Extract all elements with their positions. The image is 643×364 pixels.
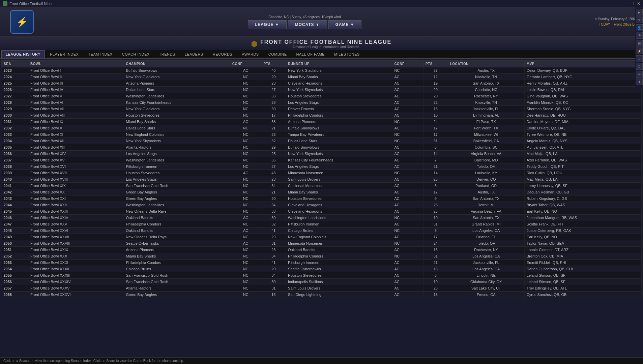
table-row[interactable]: 2058Front Office Bowl XXXVIGreen Bay Ang… (2, 292, 642, 298)
tab-league-history[interactable]: LEAGUE HISTORY (1, 50, 45, 58)
table-row[interactable]: 2027Front Office Bowl VWashington Landsl… (2, 93, 642, 99)
table-cell-15-1[interactable]: Front Office Bowl XVI (28, 163, 124, 170)
table-cell-12-0[interactable]: 2035 (2, 144, 28, 151)
table-cell-31-0[interactable]: 2054 (2, 266, 28, 272)
tab-team-index[interactable]: TEAM INDEX (84, 50, 117, 58)
table-cell-5-1[interactable]: Front Office Bowl VI (28, 99, 124, 106)
table-row[interactable]: 2040Front Office Bowl XVIIILos Angeles S… (2, 176, 642, 183)
game-button[interactable]: GAME ▼ (328, 20, 362, 29)
table-cell-2-1[interactable]: Front Office Bowl III (28, 80, 124, 87)
table-cell-32-1[interactable]: Front Office Bowl XXXIII (28, 272, 124, 279)
table-cell-23-0[interactable]: 2046 (2, 215, 28, 221)
table-row[interactable]: 2029Front Office Bowl VIINew York Gladia… (2, 106, 642, 112)
table-row[interactable]: 2046Front Office Bowl XXIVOakland Bandit… (2, 215, 642, 221)
table-row[interactable]: 2043Front Office Bowl XXIGreen Bay Angle… (2, 195, 642, 202)
table-cell-16-0[interactable]: 2039 (2, 170, 28, 176)
table-cell-0-1[interactable]: Front Office Bowl I (28, 67, 124, 74)
table-row[interactable]: 2033Front Office Bowl XINew England Colo… (2, 131, 642, 138)
table-row[interactable]: 2053Front Office Bowl XXXIPhiladelphia C… (2, 260, 642, 266)
table-cell-20-1[interactable]: Front Office Bowl XXI (28, 195, 124, 202)
table-cell-21-0[interactable]: 2044 (2, 202, 28, 208)
sidebar-icon-6[interactable]: ◎ (636, 55, 643, 62)
table-cell-26-0[interactable]: 2049 (2, 234, 28, 240)
table-row[interactable]: 2057Front Office Bowl XXXVAtlanta Raptor… (2, 285, 642, 292)
table-cell-10-0[interactable]: 2033 (2, 131, 28, 138)
table-cell-3-0[interactable]: 2026 (2, 87, 28, 93)
table-row[interactable]: 2055Front Office Bowl XXXIIISan Francisc… (2, 272, 642, 279)
table-row[interactable]: 2044Front Office Bowl XXIIWashington Lan… (2, 202, 642, 208)
table-cell-12-1[interactable]: Front Office Bowl XIII (28, 144, 124, 151)
table-row[interactable]: 2049Front Office Bowl XXVIINew Orleans D… (2, 234, 642, 240)
table-row[interactable]: 2031Front Office Bowl IXMiami Bay Sharks… (2, 119, 642, 125)
table-cell-34-1[interactable]: Front Office Bowl XXXV (28, 285, 124, 292)
table-row[interactable]: 2025Front Office Bowl IIIArizona Pioneer… (2, 80, 642, 87)
table-row[interactable]: 2036Front Office Bowl XIVLos Angeles Sta… (2, 151, 642, 157)
table-row[interactable]: 2051Front Office Bowl XXIXArizona Pionee… (2, 247, 642, 253)
tab-player-index[interactable]: PLAYER INDEX (46, 50, 83, 58)
table-cell-7-0[interactable]: 2030 (2, 112, 28, 119)
table-row[interactable]: 2024Front Office Bowl IINew York Gladiat… (2, 74, 642, 80)
table-row[interactable]: 2050Front Office Bowl XXVIIISeattle Cybe… (2, 240, 642, 247)
table-row[interactable]: 2023Front Office Bowl IBuffalo Snowplows… (2, 67, 642, 74)
table-cell-30-1[interactable]: Front Office Bowl XXXI (28, 260, 124, 266)
tab-combine[interactable]: COMBINE (264, 50, 291, 58)
table-cell-26-1[interactable]: Front Office Bowl XXVII (28, 234, 124, 240)
table-row[interactable]: 2045Front Office Bowl XXIIINew Orleans D… (2, 208, 642, 215)
table-cell-27-0[interactable]: 2050 (2, 240, 28, 247)
table-cell-8-1[interactable]: Front Office Bowl IX (28, 119, 124, 125)
table-cell-2-0[interactable]: 2025 (2, 80, 28, 87)
table-cell-35-1[interactable]: Front Office Bowl XXXVI (28, 292, 124, 298)
table-cell-22-0[interactable]: 2045 (2, 208, 28, 215)
table-row[interactable]: 2035Front Office Bowl XIIIAtlanta Raptor… (2, 144, 642, 151)
table-row[interactable]: 2034Front Office Bowl XIINew York Skyroc… (2, 138, 642, 144)
table-cell-16-1[interactable]: Front Office Bowl XVII (28, 170, 124, 176)
table-cell-10-1[interactable]: Front Office Bowl XI (28, 131, 124, 138)
table-row[interactable]: 2028Front Office Bowl VIKansas City Foun… (2, 99, 642, 106)
table-cell-18-0[interactable]: 2041 (2, 183, 28, 189)
tab-trends[interactable]: TRENDS (155, 50, 180, 58)
table-cell-32-0[interactable]: 2055 (2, 272, 28, 279)
table-row[interactable]: 2052Front Office Bowl XXXMiami Bay Shark… (2, 253, 642, 260)
table-cell-29-1[interactable]: Front Office Bowl XXX (28, 253, 124, 260)
table-cell-21-1[interactable]: Front Office Bowl XXII (28, 202, 124, 208)
table-row[interactable]: 2030Front Office Bowl VIIIHouston Steved… (2, 112, 642, 119)
table-cell-9-1[interactable]: Front Office Bowl X (28, 125, 124, 131)
table-cell-6-1[interactable]: Front Office Bowl VII (28, 106, 124, 112)
table-cell-13-0[interactable]: 2036 (2, 151, 28, 157)
table-row[interactable]: 2038Front Office Bowl XVIPittsburgh Iron… (2, 163, 642, 170)
table-cell-28-1[interactable]: Front Office Bowl XXIX (28, 247, 124, 253)
table-cell-17-1[interactable]: Front Office Bowl XVIII (28, 176, 124, 183)
tab-records[interactable]: RECORDS (208, 50, 237, 58)
sidebar-icon-0[interactable]: ▶ (636, 9, 643, 16)
table-cell-25-1[interactable]: Front Office Bowl XXVI (28, 228, 124, 234)
table-cell-33-0[interactable]: 2056 (2, 279, 28, 285)
table-cell-14-0[interactable]: 2037 (2, 157, 28, 163)
sidebar-icon-8[interactable]: ✏ (636, 71, 643, 78)
table-cell-18-1[interactable]: Front Office Bowl XIX (28, 183, 124, 189)
table-row[interactable]: 2054Front Office Bowl XXXIIChicago Bruin… (2, 266, 642, 272)
table-cell-28-0[interactable]: 2051 (2, 247, 28, 253)
league-button[interactable]: LEAGUE ▼ (248, 20, 287, 29)
table-cell-4-1[interactable]: Front Office Bowl V (28, 93, 124, 99)
maximize-button[interactable]: ☐ (631, 1, 634, 6)
tab-leaders[interactable]: LEADERS (180, 50, 208, 58)
table-row[interactable]: 2047Front Office Bowl XXVPhiladelphia Co… (2, 221, 642, 228)
sidebar-icon-7[interactable]: ⬡ (636, 63, 643, 70)
sidebar-icon-4[interactable]: ⊞ (636, 40, 643, 47)
table-row[interactable]: 2032Front Office Bowl XDallas Lone Stars… (2, 125, 642, 131)
window-controls[interactable]: — ☐ ✕ (624, 1, 640, 6)
table-cell-27-1[interactable]: Front Office Bowl XXVIII (28, 240, 124, 247)
table-cell-24-0[interactable]: 2047 (2, 221, 28, 228)
sidebar-icon-1[interactable]: ✎ (636, 17, 643, 23)
table-row[interactable]: 2026Front Office Bowl IVDallas Lone Star… (2, 87, 642, 93)
sidebar-icon-9[interactable]: ⬇ (636, 79, 643, 85)
table-cell-19-1[interactable]: Front Office Bowl XX (28, 189, 124, 195)
table-cell-13-1[interactable]: Front Office Bowl XIV (28, 151, 124, 157)
table-cell-14-1[interactable]: Front Office Bowl XV (28, 157, 124, 163)
table-cell-11-0[interactable]: 2034 (2, 138, 28, 144)
table-row[interactable]: 2039Front Office Bowl XVIIHouston Steved… (2, 170, 642, 176)
table-cell-3-1[interactable]: Front Office Bowl IV (28, 87, 124, 93)
table-row[interactable]: 2056Front Office Bowl XXXIVSan Francisco… (2, 279, 642, 285)
table-cell-17-0[interactable]: 2040 (2, 176, 28, 183)
table-cell-23-1[interactable]: Front Office Bowl XXIV (28, 215, 124, 221)
